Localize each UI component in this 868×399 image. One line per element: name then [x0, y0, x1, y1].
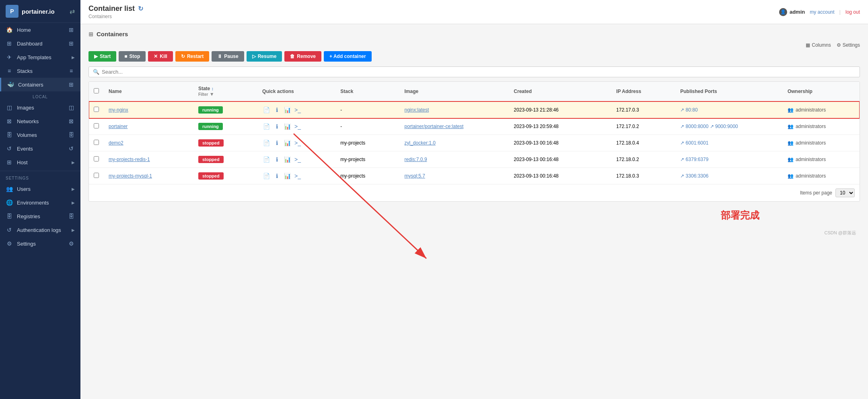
- port-link[interactable]: ↗ 3306:3306: [680, 173, 708, 179]
- qa-file-icon[interactable]: 📄: [262, 172, 270, 180]
- sidebar-item-settings[interactable]: ⚙ Settings ⚙: [0, 237, 80, 250]
- header-ports: Published Ports: [675, 82, 783, 101]
- qa-info-icon[interactable]: ℹ: [273, 139, 281, 147]
- sidebar-item-events[interactable]: ↺ Events ↺: [0, 142, 80, 155]
- qa-file-icon[interactable]: 📄: [262, 155, 270, 163]
- row-image-cell: redis:7.0.9: [400, 151, 509, 168]
- images-nav-icon: ◫: [68, 104, 75, 111]
- refresh-icon[interactable]: ↻: [138, 5, 143, 12]
- port-link[interactable]: ↗ 6001:6001: [680, 140, 708, 146]
- row-ports-cell: ↗ 3306:3306: [675, 168, 783, 184]
- sidebar-logo: P portainer.io ⇄: [0, 0, 80, 23]
- row-name-cell: my-nginx: [104, 101, 193, 118]
- sidebar-item-events-label: Events: [17, 146, 33, 152]
- resume-button[interactable]: ▷ Resume: [247, 51, 282, 62]
- sidebar-item-registries[interactable]: 🗄 Registries 🗄: [0, 209, 80, 223]
- sidebar-item-environments[interactable]: 🌐 Environments ▶: [0, 196, 80, 209]
- port-link[interactable]: ↗ 8000:8000: [680, 124, 708, 129]
- sidebar-item-users[interactable]: 👥 Users ▶: [0, 182, 80, 196]
- ownership-label: administrators: [796, 173, 826, 179]
- sidebar-item-settings-label: Settings: [17, 241, 36, 247]
- start-button[interactable]: ▶ Start: [88, 51, 116, 62]
- container-name-link[interactable]: portainer: [109, 124, 128, 129]
- qa-stats-icon[interactable]: 📊: [283, 172, 291, 180]
- topbar-left: Container list ↻ Containers: [88, 4, 143, 19]
- qa-console-icon[interactable]: >_: [294, 155, 302, 163]
- sidebar-item-networks[interactable]: ⊠ Networks ⊠: [0, 114, 80, 128]
- row-checkbox[interactable]: [94, 173, 99, 178]
- qa-console-icon[interactable]: >_: [294, 139, 302, 147]
- pause-button[interactable]: ⏸ Pause: [212, 51, 244, 62]
- qa-stats-icon[interactable]: 📊: [283, 139, 291, 147]
- row-quick-actions-cell: 📄 ℹ 📊 >_: [257, 168, 335, 184]
- row-checkbox[interactable]: [94, 156, 99, 161]
- add-container-button[interactable]: + Add container: [324, 51, 372, 62]
- qa-info-icon[interactable]: ℹ: [273, 122, 281, 130]
- sidebar-item-home[interactable]: 🏠 Home ⊞: [0, 23, 80, 37]
- kill-button[interactable]: ✕ Kill: [148, 51, 173, 62]
- remove-button[interactable]: 🗑 Remove: [284, 51, 321, 62]
- sidebar-item-host[interactable]: ⊞ Host ▶: [0, 155, 80, 169]
- container-name-link[interactable]: my-projects-redis-1: [109, 157, 150, 162]
- header-state[interactable]: State ↕ Filter ▼: [193, 82, 257, 101]
- logout-link[interactable]: log out: [845, 9, 860, 15]
- qa-file-icon[interactable]: 📄: [262, 122, 270, 130]
- port-link[interactable]: ↗ 9000:9000: [710, 124, 738, 129]
- restart-button[interactable]: ↻ Restart: [175, 51, 209, 62]
- ownership-label: administrators: [796, 140, 826, 146]
- sidebar-item-dashboard[interactable]: ⊞ Dashboard ⊞: [0, 37, 80, 50]
- image-link[interactable]: redis:7.0.9: [405, 157, 427, 162]
- container-name-link[interactable]: demo2: [109, 140, 123, 146]
- qa-stats-icon[interactable]: 📊: [283, 106, 291, 114]
- row-checkbox[interactable]: [94, 107, 99, 112]
- stop-button[interactable]: ■ Stop: [119, 51, 146, 62]
- columns-button[interactable]: ▦ Columns: [806, 42, 831, 48]
- environments-icon: 🌐: [6, 199, 13, 206]
- state-badge-stopped: stopped: [198, 172, 224, 180]
- sidebar-item-app-templates[interactable]: ✈ App Templates ▶: [0, 50, 80, 64]
- port-link[interactable]: ↗ 6379:6379: [680, 157, 708, 162]
- image-link[interactable]: nginx:latest: [405, 107, 429, 113]
- image-link[interactable]: portainer/portainer-ce:latest: [405, 124, 464, 129]
- sidebar-item-environments-label: Environments: [17, 200, 49, 206]
- sidebar-item-stacks[interactable]: ≡ Stacks ≡: [0, 64, 80, 78]
- row-ports-cell: ↗ 6001:6001: [675, 135, 783, 151]
- qa-info-icon[interactable]: ℹ: [273, 106, 281, 114]
- sidebar-item-containers[interactable]: 🐳 Containers ⊞: [0, 78, 80, 91]
- container-name-link[interactable]: my-projects-mysql-1: [109, 173, 152, 179]
- ownership-icon: 👥: [788, 140, 794, 146]
- qa-stats-icon[interactable]: 📊: [283, 155, 291, 163]
- qa-file-icon[interactable]: 📄: [262, 139, 270, 147]
- sidebar-item-images[interactable]: ◫ Images ◫: [0, 101, 80, 114]
- items-per-page-select[interactable]: 10 25 50: [835, 188, 855, 197]
- settings-button[interactable]: ⚙ Settings: [837, 42, 860, 48]
- annotation-area: Name State ↕ Filter ▼ Quick actions: [88, 81, 860, 202]
- header-checkbox-cell: [89, 82, 104, 101]
- qa-info-icon[interactable]: ℹ: [273, 172, 281, 180]
- start-icon: ▶: [94, 54, 98, 59]
- qa-console-icon[interactable]: >_: [294, 106, 302, 114]
- search-input[interactable]: [102, 69, 856, 75]
- images-icon: ◫: [6, 104, 13, 111]
- qa-file-icon[interactable]: 📄: [262, 106, 270, 114]
- row-created-cell: 2023-09-13 00:16:48: [509, 168, 611, 184]
- container-name-link[interactable]: my-nginx: [109, 107, 128, 113]
- qa-console-icon[interactable]: >_: [294, 122, 302, 130]
- qa-info-icon[interactable]: ℹ: [273, 155, 281, 163]
- image-link[interactable]: zyl_docker:1.0: [405, 140, 436, 146]
- row-checkbox[interactable]: [94, 140, 99, 145]
- my-account-link[interactable]: my account: [810, 9, 834, 15]
- qa-console-icon[interactable]: >_: [294, 172, 302, 180]
- sidebar-item-host-label: Host: [17, 159, 28, 165]
- sidebar-toggle-icon[interactable]: ⇄: [70, 8, 75, 15]
- select-all-checkbox[interactable]: [94, 88, 99, 93]
- row-name-cell: my-projects-mysql-1: [104, 168, 193, 184]
- sidebar-item-volumes[interactable]: 🗄 Volumes 🗄: [0, 128, 80, 142]
- port-link[interactable]: ↗ 80:80: [680, 107, 697, 113]
- sidebar-item-auth-logs[interactable]: ↺ Authentication logs ▶: [0, 223, 80, 237]
- qa-stats-icon[interactable]: 📊: [283, 122, 291, 130]
- row-checkbox[interactable]: [94, 123, 99, 128]
- image-link[interactable]: mysql:5.7: [405, 173, 425, 179]
- row-image-cell: mysql:5.7: [400, 168, 509, 184]
- stop-icon: ■: [124, 54, 127, 59]
